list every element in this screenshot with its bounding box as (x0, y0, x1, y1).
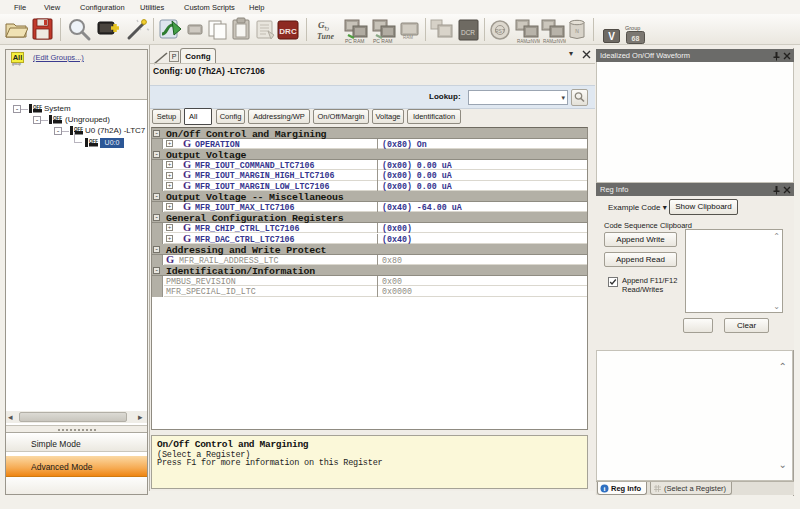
svg-text:N: N (575, 28, 579, 34)
svg-text:i: i (604, 485, 606, 493)
svg-text:OFF: OFF (89, 139, 98, 144)
svg-text:OFF: OFF (53, 116, 62, 121)
svg-text:DCR: DCR (461, 29, 475, 36)
svg-text:PC RAM: PC RAM (373, 38, 392, 44)
svg-text:RAM: RAM (403, 35, 413, 40)
svg-text:RAM⇄NVM: RAM⇄NVM (517, 39, 540, 44)
svg-text:DRC: DRC (279, 27, 297, 36)
svg-text:Tune: Tune (317, 32, 334, 41)
svg-text:PC RAM: PC RAM (345, 38, 364, 44)
svg-text:OFF: OFF (74, 127, 83, 132)
svg-text:RAM⇄NVM: RAM⇄NVM (543, 39, 566, 44)
svg-text:V: V (608, 31, 615, 42)
svg-text:RST: RST (495, 28, 505, 34)
svg-text:OFF: OFF (33, 105, 42, 110)
svg-text:68: 68 (632, 35, 640, 42)
